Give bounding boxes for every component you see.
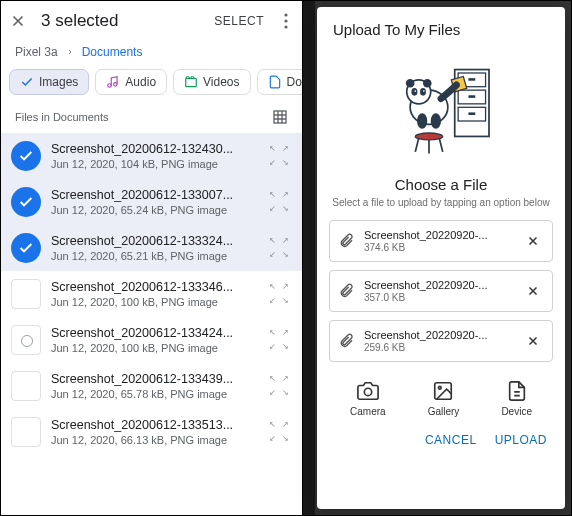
chip-label: Images <box>39 75 78 89</box>
paperclip-icon <box>338 233 356 249</box>
source-label: Camera <box>350 406 386 417</box>
breadcrumb: Pixel 3a Documents <box>1 41 302 69</box>
file-name: Screenshot_20200612-133007... <box>51 188 256 202</box>
expand-icon[interactable]: ↖↗↙↘ <box>266 421 292 443</box>
svg-rect-11 <box>468 78 475 81</box>
svg-point-3 <box>108 84 112 88</box>
selected-check-icon <box>11 141 41 171</box>
svg-rect-5 <box>186 79 197 87</box>
more-icon[interactable] <box>278 13 294 29</box>
svg-point-2 <box>284 25 287 28</box>
illustration <box>317 46 565 176</box>
music-icon <box>106 75 120 89</box>
file-row[interactable]: Screenshot_20200612-133439...Jun 12, 202… <box>1 363 302 409</box>
remove-icon[interactable] <box>526 284 544 298</box>
svg-point-4 <box>114 83 118 87</box>
cancel-button[interactable]: CANCEL <box>425 433 477 447</box>
chevron-right-icon <box>66 48 74 56</box>
expand-icon[interactable]: ↖↗↙↘ <box>266 375 292 397</box>
dialog-title: Upload To My Files <box>317 7 565 46</box>
close-icon[interactable] <box>9 12 27 30</box>
video-icon <box>184 75 198 89</box>
file-meta: Jun 12, 2020, 100 kB, PNG image <box>51 342 256 354</box>
breadcrumb-current[interactable]: Documents <box>82 45 143 59</box>
expand-icon[interactable]: ↖↗↙↘ <box>266 329 292 351</box>
upload-item[interactable]: Screenshot_20220920-...374.6 KB <box>329 220 553 262</box>
upload-name: Screenshot_20220920-... <box>364 329 518 341</box>
expand-icon[interactable]: ↖↗↙↘ <box>266 237 292 259</box>
remove-icon[interactable] <box>526 334 544 348</box>
source-row: Camera Gallery Device <box>317 370 565 423</box>
selection-count: 3 selected <box>41 11 200 31</box>
upload-panel: Upload To My Files <box>303 1 571 515</box>
file-row[interactable]: Screenshot_20200612-133324...Jun 12, 202… <box>1 225 302 271</box>
file-thumbnail <box>11 279 41 309</box>
file-name: Screenshot_20200612-133324... <box>51 234 256 248</box>
chip-documents[interactable]: Do <box>257 69 302 95</box>
document-icon <box>268 75 282 89</box>
file-row[interactable]: Screenshot_20200612-133007...Jun 12, 202… <box>1 179 302 225</box>
chip-label: Do <box>287 75 302 89</box>
expand-icon[interactable]: ↖↗↙↘ <box>266 145 292 167</box>
file-row[interactable]: Screenshot_20200612-133346...Jun 12, 202… <box>1 271 302 317</box>
expand-icon[interactable]: ↖↗↙↘ <box>266 191 292 213</box>
file-name: Screenshot_20200612-133439... <box>51 372 256 386</box>
choose-title: Choose a File <box>317 176 565 193</box>
file-row[interactable]: Screenshot_20200612-133513...Jun 12, 202… <box>1 409 302 455</box>
file-row[interactable]: Screenshot_20200612-132430...Jun 12, 202… <box>1 133 302 179</box>
svg-point-18 <box>411 88 417 96</box>
file-meta: Jun 12, 2020, 65.78 kB, PNG image <box>51 388 256 400</box>
upload-name: Screenshot_20220920-... <box>364 229 518 241</box>
file-name: Screenshot_20200612-133424... <box>51 326 256 340</box>
svg-line-27 <box>439 138 442 152</box>
file-row[interactable]: Screenshot_20200612-133424...Jun 12, 202… <box>1 317 302 363</box>
check-icon <box>20 75 34 89</box>
source-label: Device <box>501 406 532 417</box>
file-meta: Jun 12, 2020, 100 kB, PNG image <box>51 296 256 308</box>
chip-videos[interactable]: Videos <box>173 69 250 95</box>
select-button[interactable]: SELECT <box>214 14 264 28</box>
file-picker-panel: 3 selected SELECT Pixel 3a Documents Ima… <box>1 1 303 515</box>
breadcrumb-root[interactable]: Pixel 3a <box>15 45 58 59</box>
svg-point-23 <box>431 113 441 128</box>
svg-point-0 <box>284 13 287 16</box>
svg-point-1 <box>284 19 287 22</box>
svg-point-17 <box>423 79 432 88</box>
selected-check-icon <box>11 233 41 263</box>
source-camera[interactable]: Camera <box>350 380 386 417</box>
svg-point-19 <box>420 88 426 96</box>
chip-images[interactable]: Images <box>9 69 89 95</box>
source-device[interactable]: Device <box>501 380 532 417</box>
svg-point-16 <box>406 79 415 88</box>
file-meta: Jun 12, 2020, 65.24 kB, PNG image <box>51 204 256 216</box>
selected-check-icon <box>11 187 41 217</box>
dialog-actions: CANCEL UPLOAD <box>317 423 565 461</box>
file-meta: Jun 12, 2020, 66.13 kB, PNG image <box>51 434 256 446</box>
grid-view-icon[interactable] <box>272 109 288 125</box>
filter-chips: Images Audio Videos Do <box>1 69 302 105</box>
file-meta: Jun 12, 2020, 65.21 kB, PNG image <box>51 250 256 262</box>
file-meta: Jun 12, 2020, 104 kB, PNG image <box>51 158 256 170</box>
svg-point-21 <box>423 90 425 92</box>
upload-item[interactable]: Screenshot_20220920-...357.0 KB <box>329 270 553 312</box>
picker-header: 3 selected SELECT <box>1 1 302 41</box>
paperclip-icon <box>338 283 356 299</box>
chip-label: Videos <box>203 75 239 89</box>
file-name: Screenshot_20200612-133346... <box>51 280 256 294</box>
source-gallery[interactable]: Gallery <box>428 380 460 417</box>
file-list: Screenshot_20200612-132430...Jun 12, 202… <box>1 133 302 515</box>
source-label: Gallery <box>428 406 460 417</box>
remove-icon[interactable] <box>526 234 544 248</box>
svg-point-28 <box>364 388 371 395</box>
chip-audio[interactable]: Audio <box>95 69 167 95</box>
section-label: Files in Documents <box>15 111 109 123</box>
svg-rect-13 <box>468 112 475 115</box>
expand-icon[interactable]: ↖↗↙↘ <box>266 283 292 305</box>
upload-button[interactable]: UPLOAD <box>495 433 547 447</box>
file-name: Screenshot_20200612-133513... <box>51 418 256 432</box>
file-thumbnail <box>11 371 41 401</box>
upload-item[interactable]: Screenshot_20220920-...259.6 KB <box>329 320 553 362</box>
svg-rect-6 <box>274 111 286 123</box>
svg-point-30 <box>439 386 442 389</box>
upload-size: 357.0 KB <box>364 292 518 303</box>
